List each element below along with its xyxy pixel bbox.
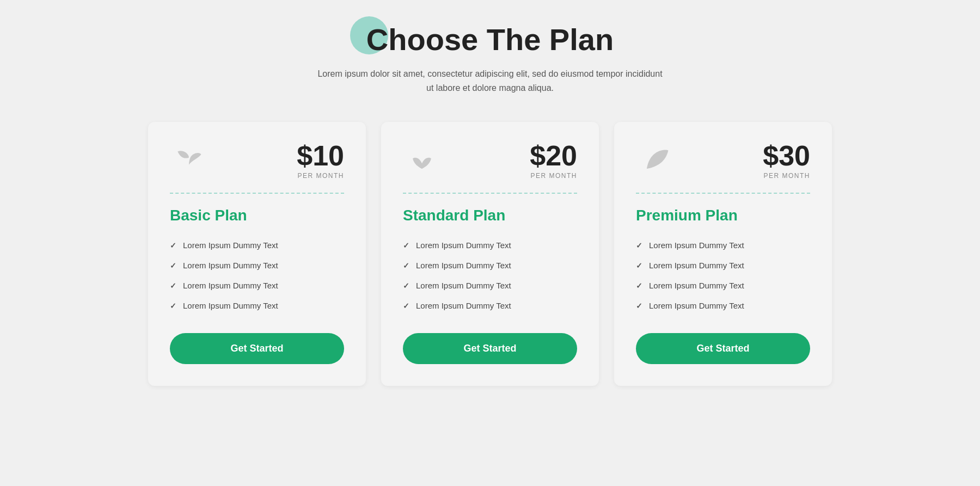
lotus-icon xyxy=(406,144,438,177)
list-item: ✓Lorem Ipsum Dummy Text xyxy=(170,296,344,316)
list-item: ✓Lorem Ipsum Dummy Text xyxy=(170,275,344,296)
page-header: Choose The Plan Lorem ipsum dolor sit am… xyxy=(316,22,664,95)
check-icon: ✓ xyxy=(636,302,642,310)
check-icon: ✓ xyxy=(170,281,176,290)
plan-top-basic: $10 PER MONTH xyxy=(170,142,344,180)
leaf-icon xyxy=(639,144,671,177)
list-item: ✓Lorem Ipsum Dummy Text xyxy=(170,235,344,255)
list-item: ✓Lorem Ipsum Dummy Text xyxy=(403,235,577,255)
page-title: Choose The Plan xyxy=(366,22,614,57)
plan-top-standard: $20 PER MONTH xyxy=(403,142,577,180)
list-item: ✓Lorem Ipsum Dummy Text xyxy=(636,296,810,316)
list-item: ✓Lorem Ipsum Dummy Text xyxy=(403,296,577,316)
list-item: ✓Lorem Ipsum Dummy Text xyxy=(403,255,577,275)
get-started-button-standard[interactable]: Get Started xyxy=(403,333,577,364)
plan-name-premium: Premium Plan xyxy=(636,207,810,224)
check-icon: ✓ xyxy=(403,261,409,270)
list-item: ✓Lorem Ipsum Dummy Text xyxy=(636,275,810,296)
page-subtitle: Lorem ipsum dolor sit amet, consectetur … xyxy=(316,67,664,95)
plan-period-basic: PER MONTH xyxy=(297,172,344,180)
plan-divider-basic xyxy=(170,193,344,194)
check-icon: ✓ xyxy=(170,241,176,250)
plan-features-premium: ✓Lorem Ipsum Dummy Text ✓Lorem Ipsum Dum… xyxy=(636,235,810,316)
plan-divider-premium xyxy=(636,193,810,194)
list-item: ✓Lorem Ipsum Dummy Text xyxy=(636,235,810,255)
plan-price-standard: $20 xyxy=(530,142,577,170)
plan-features-standard: ✓Lorem Ipsum Dummy Text ✓Lorem Ipsum Dum… xyxy=(403,235,577,316)
check-icon: ✓ xyxy=(170,261,176,270)
plan-price-block-standard: $20 PER MONTH xyxy=(530,142,577,180)
plans-container: $10 PER MONTH Basic Plan ✓Lorem Ipsum Du… xyxy=(136,122,844,386)
check-icon: ✓ xyxy=(170,302,176,310)
list-item: ✓Lorem Ipsum Dummy Text xyxy=(170,255,344,275)
plan-features-basic: ✓Lorem Ipsum Dummy Text ✓Lorem Ipsum Dum… xyxy=(170,235,344,316)
title-wrapper: Choose The Plan xyxy=(366,22,614,57)
plan-divider-standard xyxy=(403,193,577,194)
plan-card-premium: $30 PER MONTH Premium Plan ✓Lorem Ipsum … xyxy=(614,122,832,386)
plan-price-block-premium: $30 PER MONTH xyxy=(763,142,810,180)
plan-price-basic: $10 xyxy=(297,142,344,170)
list-item: ✓Lorem Ipsum Dummy Text xyxy=(403,275,577,296)
sprout-icon xyxy=(173,144,205,177)
check-icon: ✓ xyxy=(636,261,642,270)
check-icon: ✓ xyxy=(403,281,409,290)
plan-period-standard: PER MONTH xyxy=(530,172,577,180)
plan-top-premium: $30 PER MONTH xyxy=(636,142,810,180)
check-icon: ✓ xyxy=(403,302,409,310)
plan-name-basic: Basic Plan xyxy=(170,207,344,224)
plan-card-standard: $20 PER MONTH Standard Plan ✓Lorem Ipsum… xyxy=(381,122,599,386)
plan-icon-premium xyxy=(636,142,674,180)
list-item: ✓Lorem Ipsum Dummy Text xyxy=(636,255,810,275)
plan-icon-basic xyxy=(170,142,208,180)
plan-period-premium: PER MONTH xyxy=(763,172,810,180)
check-icon: ✓ xyxy=(636,281,642,290)
check-icon: ✓ xyxy=(403,241,409,250)
get-started-button-basic[interactable]: Get Started xyxy=(170,333,344,364)
plan-price-block-basic: $10 PER MONTH xyxy=(297,142,344,180)
check-icon: ✓ xyxy=(636,241,642,250)
get-started-button-premium[interactable]: Get Started xyxy=(636,333,810,364)
plan-icon-standard xyxy=(403,142,441,180)
plan-card-basic: $10 PER MONTH Basic Plan ✓Lorem Ipsum Du… xyxy=(148,122,366,386)
plan-price-premium: $30 xyxy=(763,142,810,170)
plan-name-standard: Standard Plan xyxy=(403,207,577,224)
